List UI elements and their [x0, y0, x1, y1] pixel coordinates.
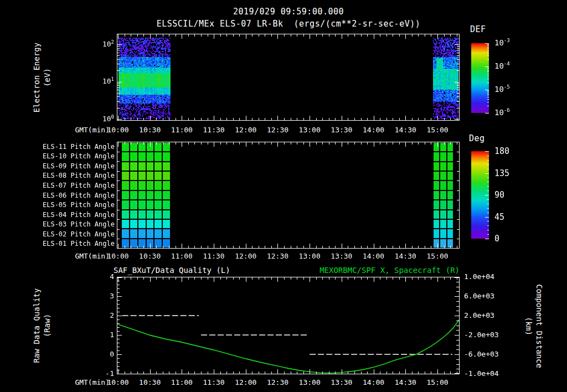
y-tick — [117, 200, 120, 200]
y-tick — [457, 53, 459, 53]
y-tick — [456, 321, 459, 321]
x-tick-label: 13:00 — [295, 378, 324, 386]
x-tick — [239, 34, 240, 37]
x-tick-label: 11:00 — [167, 252, 197, 260]
colorbar-tick — [487, 99, 489, 100]
x-tick — [380, 246, 380, 248]
x-tick — [444, 142, 445, 145]
y-tick — [457, 93, 459, 94]
x-tick — [137, 277, 138, 280]
x-tick — [163, 118, 163, 120]
colorbar1-tick-label: 10-5 — [494, 84, 510, 94]
colorbar-tick — [487, 182, 489, 182]
x-tick — [201, 372, 202, 374]
x-tick — [450, 118, 451, 120]
x-tick — [444, 277, 445, 280]
colorbar-tick — [487, 190, 489, 191]
x-tick — [335, 372, 336, 374]
y-tick — [117, 288, 120, 289]
colorbar-tick — [485, 90, 489, 90]
y-tick — [117, 304, 120, 305]
x-tick — [303, 277, 304, 280]
colorbar-tick — [487, 53, 489, 53]
x-tick — [405, 277, 406, 282]
x-axis-unit-label: GMT(min) — [60, 378, 110, 386]
y-tick — [456, 330, 459, 331]
x-tick — [354, 277, 355, 280]
x-tick — [252, 277, 252, 280]
x-tick — [335, 142, 336, 145]
x-tick — [259, 118, 259, 120]
x-tick — [444, 118, 445, 120]
y-tick — [117, 350, 120, 351]
x-tick — [277, 34, 278, 39]
x-tick — [386, 372, 387, 374]
x-tick — [431, 118, 431, 120]
x-tick — [386, 34, 387, 37]
panel3-right-tick-label: -6.0e+03 — [464, 350, 499, 358]
x-tick — [188, 277, 189, 280]
x-tick-label: 11:30 — [199, 126, 229, 134]
x-tick-label: 15:00 — [422, 252, 452, 260]
colorbar-tick — [487, 208, 489, 209]
timestamp-title: 2019/029 09:59:00.000 — [117, 7, 460, 17]
colorbar-tick — [487, 156, 489, 156]
x-tick-label: 13:00 — [295, 126, 324, 134]
x-tick-label: 11:30 — [199, 378, 229, 386]
y-tick — [456, 282, 459, 282]
x-tick — [316, 372, 317, 374]
x-tick — [322, 118, 323, 120]
x-tick — [418, 277, 419, 280]
x-tick — [284, 142, 285, 145]
x-tick — [182, 34, 182, 39]
y-tick — [117, 347, 120, 347]
y-tick — [457, 50, 459, 50]
x-tick — [399, 372, 400, 374]
plot-title: ELSSCIL/MEx ELS-07 LR-Bk (ergs/(cm**2-sr… — [84, 19, 493, 29]
x-tick — [188, 118, 189, 120]
x-tick — [233, 246, 234, 248]
y-tick — [117, 277, 122, 278]
x-tick — [393, 118, 393, 120]
x-tick — [131, 142, 131, 145]
x-tick-label: 13:00 — [295, 252, 324, 260]
x-tick-label: 10:00 — [103, 252, 133, 260]
x-tick — [137, 246, 138, 248]
x-tick — [265, 277, 265, 280]
y-tick — [117, 82, 122, 82]
x-tick — [118, 244, 118, 248]
panel2-row-label: ELS-10 Pitch Angle — [22, 152, 115, 160]
y-tick — [457, 90, 459, 90]
y-tick — [117, 53, 120, 53]
x-tick — [380, 142, 380, 145]
colorbar2-title: Deg — [469, 133, 485, 143]
x-tick-label: 10:30 — [135, 252, 165, 260]
x-tick — [418, 142, 419, 145]
x-tick — [143, 34, 144, 37]
colorbar-tick — [487, 82, 489, 83]
y-tick — [117, 64, 120, 64]
panel3-right-tick-label: -2.0e+03 — [464, 331, 499, 339]
panel2-row-label: ELS-01 Pitch Angle — [22, 240, 115, 247]
x-tick — [297, 34, 297, 37]
colorbar1-tick-label: 10-6 — [494, 107, 510, 117]
x-tick — [169, 372, 169, 374]
panel3-right-tick-label: 2.0e+03 — [464, 311, 494, 319]
x-tick — [239, 118, 240, 120]
x-tick — [374, 116, 374, 120]
panel3-left-tick-label: 0 — [86, 350, 114, 358]
x-tick — [208, 34, 208, 37]
x-tick — [271, 246, 272, 248]
x-tick — [226, 277, 227, 280]
x-tick — [425, 372, 425, 374]
x-tick — [425, 277, 425, 280]
x-tick — [412, 277, 413, 280]
x-tick — [259, 277, 259, 280]
x-tick — [310, 277, 310, 282]
panel3-left-series-title: SAF_BXuT/Data Quality (L) — [114, 266, 230, 275]
y-tick — [117, 312, 120, 312]
colorbar-tick — [487, 71, 489, 72]
x-tick — [348, 118, 348, 120]
y-tick — [117, 296, 122, 297]
x-tick — [335, 246, 336, 248]
